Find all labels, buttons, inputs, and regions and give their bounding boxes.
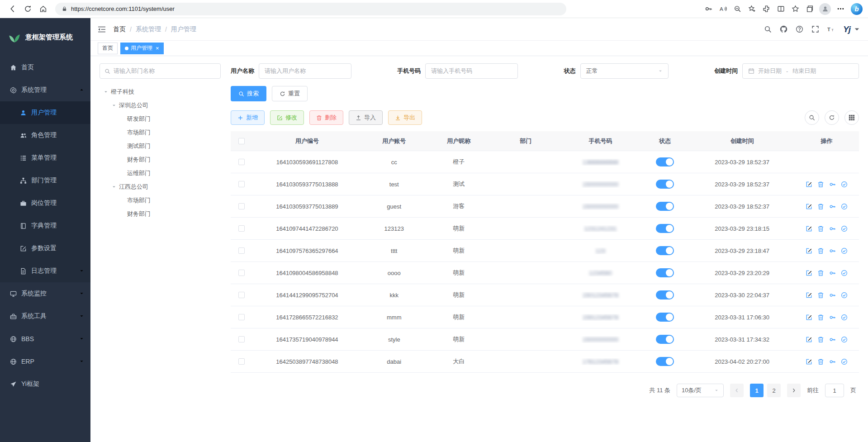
close-icon[interactable]: × <box>156 45 159 51</box>
row-checkbox[interactable] <box>238 225 245 232</box>
read-aloud-icon[interactable]: A <box>716 2 730 16</box>
row-checkbox[interactable] <box>238 270 245 276</box>
tree-node[interactable]: 市场部门 <box>100 194 221 207</box>
browser-profile-avatar[interactable] <box>819 3 831 15</box>
status-toggle[interactable] <box>656 268 674 277</box>
address-bar[interactable]: https://ccnetcore.com:1101/system/user <box>55 3 566 15</box>
page-button-2[interactable]: 2 <box>767 384 781 397</box>
page-button-1[interactable]: 1 <box>750 384 764 397</box>
fullscreen-icon[interactable] <box>811 25 819 33</box>
status-toggle[interactable] <box>656 357 674 366</box>
search-icon[interactable] <box>764 25 772 33</box>
status-toggle[interactable] <box>656 180 674 189</box>
sidebar-fold-icon[interactable] <box>98 26 106 33</box>
edit-icon[interactable] <box>806 203 812 210</box>
sidebar-item-log[interactable]: 日志管理 <box>0 260 90 282</box>
import-button[interactable]: 导入 <box>349 110 383 125</box>
reset-button[interactable]: 重置 <box>272 86 308 101</box>
add-button[interactable]: 新增 <box>231 110 265 125</box>
breadcrumb-item[interactable]: 系统管理 <box>136 25 161 33</box>
assign-role-icon[interactable] <box>841 358 848 365</box>
row-checkbox[interactable] <box>238 358 245 365</box>
prev-page-button[interactable] <box>730 384 744 397</box>
reset-password-icon[interactable] <box>829 225 836 232</box>
reset-password-icon[interactable] <box>829 247 836 254</box>
tree-node[interactable]: 市场部门 <box>100 126 221 139</box>
sidebar-item-dict[interactable]: 字典管理 <box>0 214 90 237</box>
row-checkbox[interactable] <box>238 181 245 187</box>
github-icon[interactable] <box>780 25 787 33</box>
row-checkbox[interactable] <box>238 159 245 165</box>
edit-icon[interactable] <box>806 314 812 321</box>
row-checkbox[interactable] <box>238 203 245 209</box>
tree-node[interactable]: 财务部门 <box>100 207 221 221</box>
goto-page-input[interactable] <box>825 384 844 397</box>
browser-back-icon[interactable] <box>5 2 19 16</box>
sidebar-item-menu[interactable]: 菜单管理 <box>0 147 90 169</box>
extensions-icon[interactable] <box>759 2 773 16</box>
reset-password-icon[interactable] <box>829 336 836 343</box>
browser-home-icon[interactable] <box>36 2 50 16</box>
row-checkbox[interactable] <box>238 247 245 254</box>
next-page-button[interactable] <box>787 384 801 397</box>
delete-icon[interactable] <box>817 203 824 210</box>
sidebar-item-erp[interactable]: ERP <box>0 350 90 373</box>
delete-icon[interactable] <box>817 336 824 343</box>
edit-button[interactable]: 修改 <box>270 110 304 125</box>
status-toggle[interactable] <box>656 246 674 255</box>
column-settings-button[interactable] <box>844 110 859 125</box>
browser-refresh-icon[interactable] <box>21 2 34 16</box>
status-toggle[interactable] <box>656 202 674 211</box>
split-screen-icon[interactable] <box>774 2 787 16</box>
reset-password-icon[interactable] <box>829 181 836 188</box>
edit-icon[interactable] <box>806 292 812 299</box>
tab-user-management[interactable]: 用户管理× <box>120 43 164 54</box>
favorites-bar-icon[interactable] <box>788 2 802 16</box>
sidebar-item-user[interactable]: 用户管理 <box>0 101 90 124</box>
help-icon[interactable] <box>796 25 803 33</box>
collections-icon[interactable] <box>803 2 816 16</box>
date-range-picker[interactable]: 开始日期 - 结束日期 <box>742 63 859 79</box>
zoom-icon[interactable] <box>730 2 744 16</box>
edit-icon[interactable] <box>806 336 812 343</box>
delete-icon[interactable] <box>817 225 824 232</box>
status-toggle[interactable] <box>656 224 674 233</box>
reset-password-icon[interactable] <box>829 314 836 321</box>
status-toggle[interactable] <box>656 157 674 166</box>
font-size-icon[interactable]: TT <box>827 25 835 33</box>
delete-icon[interactable] <box>817 292 824 299</box>
row-checkbox[interactable] <box>238 336 245 342</box>
reset-password-icon[interactable] <box>829 292 836 299</box>
delete-icon[interactable] <box>817 314 824 321</box>
assign-role-icon[interactable] <box>841 225 848 232</box>
delete-button[interactable]: 删除 <box>309 110 343 125</box>
status-toggle[interactable] <box>656 335 674 344</box>
edit-icon[interactable] <box>806 358 812 365</box>
assign-role-icon[interactable] <box>841 314 848 321</box>
username-input[interactable]: 请输入用户名称 <box>259 63 351 79</box>
status-select[interactable]: 正常 <box>580 63 669 79</box>
sidebar-item-home[interactable]: 首页 <box>0 56 90 79</box>
row-checkbox[interactable] <box>238 314 245 320</box>
sidebar-item-param[interactable]: 参数设置 <box>0 237 90 260</box>
assign-role-icon[interactable] <box>841 181 848 188</box>
tab-home[interactable]: 首页 <box>98 43 118 54</box>
search-button[interactable]: 搜索 <box>231 86 266 101</box>
sidebar-item-bbs[interactable]: BBS <box>0 328 90 350</box>
user-avatar[interactable]: Yj <box>843 24 861 34</box>
delete-icon[interactable] <box>817 358 824 365</box>
tree-node[interactable]: 运维部门 <box>100 166 221 180</box>
favorites-add-icon[interactable] <box>745 2 759 16</box>
sidebar-item-yi[interactable]: Yi框架 <box>0 373 90 395</box>
reset-password-icon[interactable] <box>829 270 836 276</box>
assign-role-icon[interactable] <box>841 270 848 276</box>
tree-node[interactable]: 财务部门 <box>100 153 221 166</box>
tree-node[interactable]: 江西总公司 <box>100 180 221 194</box>
tree-node[interactable]: 研发部门 <box>100 112 221 126</box>
assign-role-icon[interactable] <box>841 203 848 210</box>
phone-input[interactable]: 请输入手机号码 <box>425 63 518 79</box>
reset-password-icon[interactable] <box>829 358 836 365</box>
tree-node[interactable]: 深圳总公司 <box>100 99 221 112</box>
export-button[interactable]: 导出 <box>388 110 422 125</box>
department-search-input[interactable]: 请输入部门名称 <box>100 63 221 79</box>
